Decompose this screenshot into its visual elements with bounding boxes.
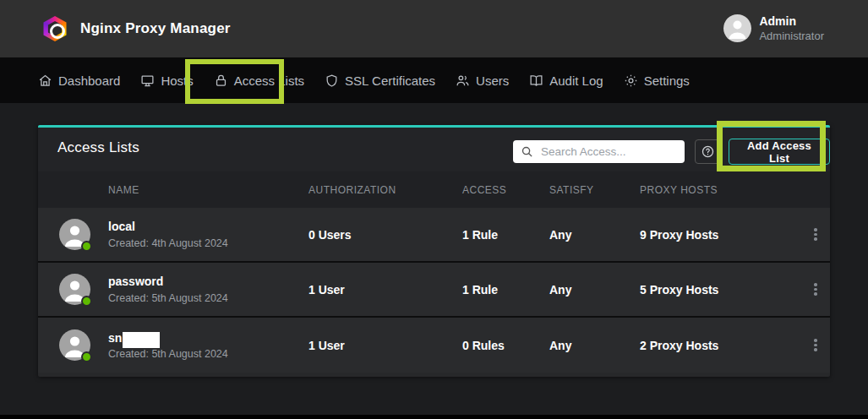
bottom-edge-strip	[0, 415, 868, 419]
access-list-created: Created: 5th August 2024	[108, 291, 228, 306]
person-icon	[723, 14, 751, 42]
home-icon	[38, 73, 52, 88]
app-header: Nginx Proxy Manager Admin Administrator	[0, 0, 868, 57]
nav-item-label: SSL Certificates	[345, 73, 435, 88]
nav-item-label: Dashboard	[58, 73, 120, 88]
table-row-password[interactable]: password Created: 5th August 2024 1 User…	[38, 263, 830, 318]
column-header-satisfy: SATISFY	[549, 184, 640, 196]
status-online-dot	[81, 351, 92, 362]
access-lists-panel: Access Lists Add Access List NAME AUTHOR…	[38, 125, 830, 377]
user-avatar	[723, 14, 751, 42]
nav-item-dashboard[interactable]: Dashboard	[38, 73, 120, 88]
nav-item-users[interactable]: Users	[456, 73, 509, 88]
row-actions-kebab-icon[interactable]	[801, 223, 830, 246]
main-nav: Dashboard Hosts Access Lists SSL Certifi…	[0, 57, 868, 103]
access-value: 1 Rule	[462, 283, 549, 297]
nav-item-label: Hosts	[161, 73, 193, 88]
users-icon	[456, 73, 470, 88]
nav-item-label: Audit Log	[549, 73, 603, 88]
nav-item-settings[interactable]: Settings	[624, 73, 690, 88]
access-list-avatar	[59, 329, 90, 361]
lock-icon	[214, 73, 228, 88]
access-list-created: Created: 4th August 2024	[108, 236, 228, 251]
access-value: 0 Rules	[462, 339, 549, 352]
access-list-created: Created: 5th August 2024	[108, 346, 228, 362]
column-header-access: ACCESS	[462, 184, 549, 196]
search-field-wrap	[513, 140, 685, 163]
table-row-sn-redacted[interactable]: sn Created: 5th August 2024 1 User 0 Rul…	[38, 318, 830, 373]
column-header-proxy-hosts: PROXY HOSTS	[640, 184, 801, 196]
row-actions-kebab-icon[interactable]	[801, 278, 830, 301]
column-header-name: NAME	[38, 184, 308, 196]
user-role: Administrator	[759, 30, 824, 43]
status-online-dot	[81, 296, 92, 307]
access-list-name: local	[108, 218, 228, 235]
status-online-dot	[81, 241, 92, 252]
access-list-name: password	[108, 273, 228, 290]
nav-item-audit-log[interactable]: Audit Log	[529, 73, 603, 88]
proxy-hosts-value: 5 Proxy Hosts	[640, 283, 801, 297]
panel-title: Access Lists	[57, 139, 139, 156]
proxy-hosts-value: 9 Proxy Hosts	[640, 228, 801, 242]
user-menu[interactable]: Admin Administrator	[723, 14, 824, 43]
satisfy-value: Any	[549, 283, 640, 297]
monitor-icon	[140, 73, 155, 88]
question-circle-icon	[701, 144, 715, 159]
help-button[interactable]	[695, 139, 720, 164]
table-header-row: NAME AUTHORIZATION ACCESS SATISFY PROXY …	[38, 171, 830, 208]
nav-item-hosts[interactable]: Hosts	[140, 73, 193, 88]
table-body: local Created: 4th August 2024 0 Users 1…	[38, 208, 830, 373]
gear-icon	[624, 73, 638, 88]
redaction-box	[123, 332, 160, 348]
panel-header: Access Lists Add Access List	[38, 128, 830, 171]
shield-icon	[325, 73, 339, 88]
app-title: Nginx Proxy Manager	[80, 20, 231, 37]
table-row-local[interactable]: local Created: 4th August 2024 0 Users 1…	[38, 208, 830, 263]
satisfy-value: Any	[549, 228, 640, 242]
access-list-name: sn	[108, 331, 122, 345]
proxy-hosts-value: 2 Proxy Hosts	[640, 339, 801, 352]
nginx-proxy-manager-logo-icon	[42, 16, 68, 41]
nav-item-label: Users	[476, 73, 509, 88]
row-actions-kebab-icon[interactable]	[801, 334, 830, 356]
access-list-avatar	[59, 274, 90, 305]
access-value: 1 Rule	[462, 228, 549, 242]
user-name: Admin	[759, 14, 824, 30]
authorization-value: 1 User	[308, 283, 462, 297]
nav-item-label: Access Lists	[234, 73, 304, 88]
column-header-authorization: AUTHORIZATION	[308, 184, 462, 196]
search-input[interactable]	[513, 140, 685, 163]
add-access-list-button[interactable]: Add Access List	[729, 139, 830, 165]
nav-item-access-lists[interactable]: Access Lists	[214, 73, 304, 88]
satisfy-value: Any	[549, 339, 640, 352]
book-icon	[529, 73, 543, 88]
access-list-avatar	[59, 219, 90, 250]
nav-item-label: Settings	[644, 73, 690, 88]
nav-item-ssl-certificates[interactable]: SSL Certificates	[325, 73, 435, 88]
authorization-value: 1 User	[308, 339, 462, 352]
app-window: Nginx Proxy Manager Admin Administrator …	[0, 0, 868, 419]
authorization-value: 0 Users	[308, 228, 462, 242]
